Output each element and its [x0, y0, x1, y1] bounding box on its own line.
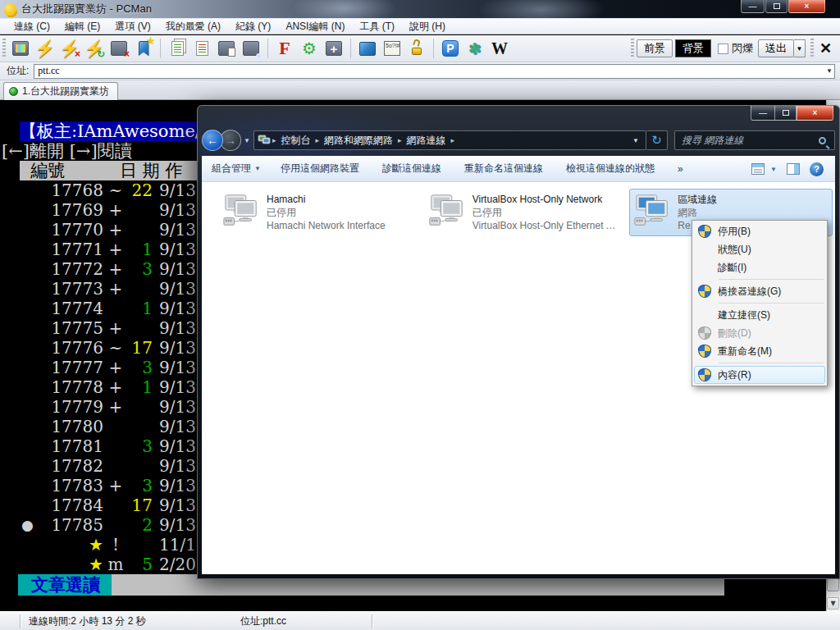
cursor-indicator: [21, 299, 43, 318]
menu-item[interactable]: 選項 (V): [107, 18, 158, 35]
menu-item[interactable]: 我的最愛 (A): [158, 18, 228, 35]
toolbar-grip[interactable]: [631, 39, 634, 58]
context-menu-item[interactable]: 橋接器連線(G): [694, 282, 825, 300]
foreground-color-button[interactable]: 前景: [637, 39, 673, 57]
pcman-site-button[interactable]: P: [440, 38, 461, 59]
menu-item[interactable]: 說明 (H): [402, 18, 453, 35]
maximize-button[interactable]: [774, 106, 797, 121]
uac-shield-icon: [698, 345, 711, 358]
paste-button[interactable]: [191, 38, 212, 59]
menu-item[interactable]: 連線 (C): [7, 18, 57, 35]
window-title: 台大批踢踢實業坊 - PCMan: [21, 2, 152, 16]
connect-button[interactable]: ⚡: [34, 38, 56, 59]
context-menu-item[interactable]: 診斷(I): [694, 258, 825, 276]
fit-window-button[interactable]: +: [323, 38, 345, 59]
restore-button[interactable]: [765, 0, 788, 13]
views-icon[interactable]: [751, 163, 765, 175]
address-dropdown-icon[interactable]: ▼: [826, 67, 833, 75]
status-pane: [0, 612, 20, 630]
command-bar-item[interactable]: 組合管理▼: [202, 162, 271, 176]
menu-item[interactable]: 編輯 (E): [57, 18, 107, 35]
moztw-site-button[interactable]: ✽: [464, 38, 486, 59]
preview-pane-icon[interactable]: [787, 163, 800, 175]
recent-pages-dropdown-icon[interactable]: ▼: [244, 137, 250, 144]
find-button[interactable]: [240, 38, 262, 59]
toolbar-close-icon[interactable]: ✕: [819, 39, 832, 57]
breadcrumb-arrow-icon[interactable]: ▸: [451, 136, 455, 144]
paste-to-window-button[interactable]: [216, 38, 237, 59]
views-dropdown-icon[interactable]: ▼: [770, 166, 777, 173]
site-list-button[interactable]: [10, 38, 31, 59]
mode-label: 文章選讀: [18, 574, 112, 596]
wikipedia-icon: W: [491, 39, 508, 58]
context-menu-item[interactable]: [719, 279, 824, 280]
breadcrumb[interactable]: ▸ 控制台 ▸ 網路和網際網路 ▸ 網路連線 ▸: [253, 130, 646, 150]
menu-item[interactable]: 工具 (T): [352, 18, 402, 35]
menu-item[interactable]: ANSI編輯 (N): [278, 18, 352, 35]
connection-time: 連線時間:2 小時 13 分 2 秒: [21, 612, 232, 630]
search-input[interactable]: [675, 135, 819, 146]
article-number: 17782: [43, 456, 103, 476]
bbs-browser-button[interactable]: [357, 38, 378, 59]
context-menu-item[interactable]: 停用(B): [694, 222, 825, 240]
minimize-button[interactable]: —: [741, 0, 765, 13]
navigation-bar: ← → ▼ ▸ 控制台 ▸ 網路和網際網路: [202, 128, 835, 153]
tab-connection-1[interactable]: 1.台大批踢踢實業坊: [3, 82, 118, 100]
ansi-editor-button[interactable]: 5o?!#%→: [381, 38, 403, 59]
article-number: 17784: [43, 495, 103, 515]
network-connections-window[interactable]: — × ← → ▼ ▸ 控制台 ▸: [197, 105, 840, 579]
fit-plus-icon: +: [331, 42, 338, 56]
background-color-button[interactable]: 背景: [675, 39, 711, 57]
context-menu-item[interactable]: 狀態(U): [694, 240, 825, 258]
address-bar: 位址: ▼: [0, 62, 840, 80]
close-connection-button[interactable]: ×: [108, 38, 130, 59]
context-menu-item[interactable]: 內容(R): [694, 366, 825, 384]
add-bookmark-button[interactable]: ★: [133, 38, 154, 59]
context-menu-item[interactable]: 建立捷徑(S): [694, 306, 825, 324]
minimize-button[interactable]: —: [751, 106, 774, 121]
help-icon[interactable]: ?: [810, 162, 824, 176]
bbs-window-icon: [359, 42, 376, 56]
command-bar-item[interactable]: 停用這個網路裝置: [271, 162, 372, 176]
context-menu-label: 橋接器連線(G): [718, 285, 781, 299]
cursor-indicator: [21, 240, 43, 259]
close-button[interactable]: ×: [797, 106, 833, 121]
menu-item[interactable]: 紀錄 (Y): [228, 18, 278, 35]
ansi-editor-icon: 5o?!#%→: [384, 41, 400, 56]
scroll-down-icon[interactable]: ▼: [827, 597, 839, 609]
breadcrumb-segment[interactable]: 控制台: [276, 134, 315, 148]
send-button[interactable]: 送出: [758, 39, 794, 57]
unlock-button[interactable]: [406, 38, 427, 59]
network-connection-tile[interactable]: VirtualBox Host-Only Network 已停用 Virtual…: [424, 189, 628, 236]
close-button[interactable]: ×: [788, 0, 825, 13]
breadcrumb-segment[interactable]: 網路連線: [402, 134, 451, 148]
toolbar-grip[interactable]: [2, 39, 6, 58]
context-menu-item[interactable]: 重新命名(M): [694, 342, 825, 360]
toolbar-grip[interactable]: [810, 39, 814, 58]
refresh-button[interactable]: ↻: [646, 130, 668, 150]
connection-status: 已停用: [267, 206, 386, 219]
breadcrumb-segment[interactable]: 網路和網際網路: [319, 134, 398, 148]
lock-shackle-icon: [413, 39, 421, 47]
font-button[interactable]: F: [274, 38, 295, 59]
send-dropdown[interactable]: ▼: [794, 39, 806, 57]
disconnect-button[interactable]: ⚡×: [59, 38, 80, 59]
address-dropdown-icon[interactable]: ▼: [626, 137, 646, 144]
network-connection-tile[interactable]: Hamachi 已停用 Hamachi Network Interface: [218, 189, 422, 236]
copy-button[interactable]: [167, 38, 188, 59]
scrollbar-thumb[interactable]: [827, 578, 839, 591]
reconnect-button[interactable]: ⚡↻: [84, 38, 105, 59]
settings-button[interactable]: ⚙: [299, 38, 320, 59]
command-bar-item[interactable]: 診斷這個連線: [372, 162, 454, 176]
wikipedia-button[interactable]: W: [489, 38, 510, 59]
back-button[interactable]: ←: [202, 130, 223, 151]
command-bar-item[interactable]: »: [668, 163, 696, 175]
context-menu-item[interactable]: [719, 363, 824, 363]
command-bar-item[interactable]: 檢視這個連線的狀態: [556, 162, 668, 176]
cursor-indicator: [21, 338, 43, 358]
context-menu-item[interactable]: 刪除(D): [694, 324, 825, 342]
context-menu-item[interactable]: [719, 303, 824, 304]
command-bar-item[interactable]: 重新命名這個連線: [454, 162, 556, 176]
address-input[interactable]: [34, 64, 835, 79]
blink-checkbox[interactable]: [718, 43, 728, 54]
